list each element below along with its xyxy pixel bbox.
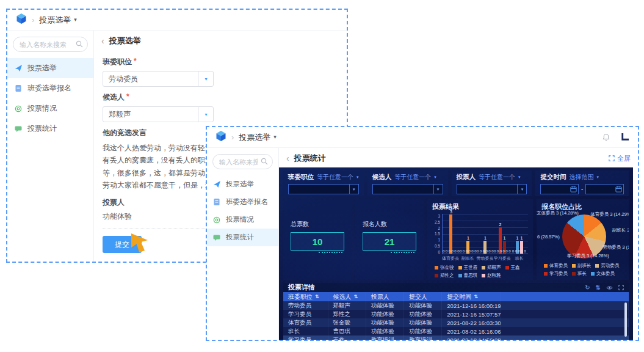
breadcrumb-label: 投票选举 bbox=[239, 132, 270, 143]
sidebar-item-3[interactable]: 投票情况 bbox=[7, 98, 93, 119]
breadcrumb-label: 投票选举 bbox=[39, 15, 71, 26]
filter-label-row: 提交时间选择范围▾ bbox=[540, 173, 624, 182]
table-header-row: 班委职位⇅候选人⇅投票人提交人提交时间⇅ bbox=[283, 292, 629, 301]
filter-value-input[interactable]: ▾ bbox=[457, 184, 527, 194]
expand-icon[interactable] bbox=[618, 285, 624, 290]
date-to-input[interactable] bbox=[585, 184, 624, 194]
filter-operator[interactable]: 等于任意一个 bbox=[394, 173, 431, 182]
sort-arrows-icon[interactable]: ⇅ bbox=[354, 294, 358, 299]
app-header: › 投票选举 ▾ bbox=[207, 127, 638, 148]
filter-panel-1: 班委职位等于任意一个▾▾ bbox=[283, 170, 364, 196]
legend-item[interactable]: 王世霞 bbox=[458, 265, 478, 271]
date-range-separator: - bbox=[581, 186, 583, 193]
table-row[interactable]: 劳动委员郑毅声功能体验功能体验2021-12-16 16:00:19 bbox=[283, 301, 629, 310]
votes-table-panel: 投票详情 ↻ ⇅ 班委职位⇅候选人⇅投票人提交人提交时间⇅劳动委员郑毅声功能体验… bbox=[283, 283, 629, 340]
filter-panel-4: 提交时间选择范围▾- bbox=[535, 170, 629, 196]
sidebar-item-4[interactable]: 投票统计 bbox=[207, 229, 278, 246]
back-chevron-icon[interactable]: ‹ bbox=[286, 154, 289, 163]
legend-item[interactable]: 劳动委员 bbox=[595, 263, 619, 269]
sidebar-item-4[interactable]: 投票统计 bbox=[7, 119, 93, 139]
table-titlebar: 投票详情 ↻ ⇅ bbox=[283, 283, 629, 292]
column-label: 班委职位 bbox=[288, 293, 313, 301]
caret-down-icon: ▾ bbox=[434, 175, 436, 180]
legend-item[interactable]: 曹思琪 bbox=[458, 273, 478, 279]
table-row[interactable]: 学习委员郑性之功能体验功能体验2021-12-16 15:07:57 bbox=[283, 310, 629, 318]
sidebar-item-1[interactable]: 投票选举 bbox=[207, 175, 278, 193]
filter-label-row: 候选人等于任意一个▾ bbox=[372, 173, 443, 182]
x-tick-label: 体育委员 bbox=[442, 254, 459, 262]
legend-item[interactable]: 文体委员 bbox=[591, 271, 615, 277]
table-row[interactable]: 学习委员王鑫教育培训教育培训2021-02-18 14:56:28 bbox=[283, 336, 629, 340]
table-header-cell: 提交人 bbox=[404, 292, 442, 301]
table-row[interactable]: 体育委员张金骏功能体验功能体验2021-08-22 16:03:30 bbox=[283, 318, 629, 327]
filter-value-input[interactable]: ▾ bbox=[372, 184, 443, 194]
breadcrumb[interactable]: 投票选举 ▾ bbox=[239, 132, 277, 143]
eye-icon[interactable] bbox=[606, 285, 613, 290]
chat-icon bbox=[14, 125, 23, 133]
sidebar-item-2[interactable]: 班委选举报名 bbox=[207, 193, 278, 211]
pie-slice-label: 班长 6 (28.57%) bbox=[537, 234, 560, 240]
table-toolbar: ↻ ⇅ bbox=[585, 285, 624, 291]
bar-value-label: 1 bbox=[484, 236, 487, 240]
table-cell: 功能体验 bbox=[404, 301, 442, 310]
caret-down-icon: ▾ bbox=[596, 175, 599, 180]
bell-icon[interactable] bbox=[602, 133, 610, 142]
date-from-input[interactable] bbox=[540, 184, 579, 194]
breadcrumb[interactable]: 投票选举 ▾ bbox=[39, 15, 77, 26]
bar-stick bbox=[449, 215, 452, 254]
refresh-icon[interactable]: ↻ bbox=[585, 285, 590, 291]
legend-item[interactable]: 学习委员 bbox=[544, 271, 568, 277]
stat-panel-2: 报名人数21 bbox=[355, 199, 424, 280]
calendar-icon bbox=[570, 186, 577, 193]
filter-field-label: 班委职位 bbox=[288, 173, 314, 182]
document-icon bbox=[212, 198, 221, 206]
fullscreen-button[interactable]: 全屏 bbox=[609, 154, 631, 163]
table-header-cell[interactable]: 提交时间⇅ bbox=[442, 292, 501, 301]
filter-value-input[interactable]: ▾ bbox=[288, 184, 359, 194]
sort-icon[interactable]: ⇅ bbox=[596, 285, 601, 291]
caret-down-icon: ▾ bbox=[517, 185, 526, 194]
table-cell: 功能体验 bbox=[366, 318, 404, 327]
sidebar-item-3[interactable]: 投票情况 bbox=[207, 211, 278, 229]
filter-operator[interactable]: 选择范围 bbox=[569, 173, 593, 182]
sort-arrows-icon[interactable]: ⇅ bbox=[315, 294, 319, 299]
filter-operator[interactable]: 等于任意一个 bbox=[317, 173, 353, 182]
legend-label: 郑毅声 bbox=[487, 265, 501, 271]
legend-item[interactable]: 郑性之 bbox=[435, 273, 454, 279]
bar-group: 1000000 bbox=[460, 214, 477, 254]
legend-item[interactable]: 副班长 bbox=[572, 263, 592, 269]
bar-value-label: 2 bbox=[499, 222, 501, 227]
bar-value-label: 1 bbox=[516, 236, 518, 240]
page-title: 投票统计 bbox=[294, 153, 326, 164]
bar-chart: 32.521.510.50300000010000001000000210000… bbox=[432, 214, 528, 279]
pie-circle bbox=[562, 215, 606, 258]
sort-arrows-icon[interactable]: ⇅ bbox=[474, 294, 478, 299]
legend-item[interactable]: 郑毅声 bbox=[482, 265, 501, 271]
filter-panel-3: 投票人等于任意一个▾▾ bbox=[452, 170, 532, 196]
sidebar-item-1[interactable]: 投票选举 bbox=[7, 58, 93, 78]
table-header-cell[interactable]: 班委职位⇅ bbox=[283, 292, 328, 301]
header-actions bbox=[602, 133, 629, 142]
chat-icon bbox=[212, 234, 221, 241]
table-header-cell[interactable]: 候选人⇅ bbox=[328, 292, 366, 301]
pie-slice-label: 体育委员 3 (14.29%) bbox=[590, 211, 629, 218]
legend-item[interactable]: 张金骏 bbox=[435, 265, 454, 271]
legend-item[interactable]: 班长 bbox=[572, 271, 587, 277]
candidate-select[interactable]: 郑毅声 ▾ bbox=[103, 106, 214, 122]
pie-slice-label: 副班长 3 (14.28%) bbox=[612, 227, 629, 233]
sidebar-item-2[interactable]: 班委选举报名 bbox=[7, 78, 93, 98]
filter-row: 班委职位等于任意一个▾▾候选人等于任意一个▾▾投票人等于任意一个▾▾提交时间选择… bbox=[283, 170, 629, 196]
back-chevron-icon[interactable]: ‹ bbox=[101, 37, 104, 45]
stat-value-box: 21 bbox=[363, 232, 416, 251]
table-row[interactable]: 班长曹思琪功能体验功能体验2021-08-02 16:16:06 bbox=[283, 327, 629, 336]
caret-down-icon: ▾ bbox=[356, 175, 359, 180]
legend-swatch bbox=[458, 274, 462, 277]
legend-item[interactable]: 体育委员 bbox=[544, 263, 568, 269]
caret-down-icon: ▾ bbox=[349, 185, 358, 194]
caret-down-icon: ▾ bbox=[518, 175, 521, 180]
filter-operator[interactable]: 等于任意一个 bbox=[479, 173, 515, 182]
position-select[interactable]: 劳动委员 ▾ bbox=[103, 71, 214, 87]
legend-item[interactable]: 赵秋雅 bbox=[482, 273, 501, 279]
table-scrollbar[interactable] bbox=[624, 302, 627, 337]
legend-item[interactable]: 王鑫 bbox=[505, 265, 520, 271]
